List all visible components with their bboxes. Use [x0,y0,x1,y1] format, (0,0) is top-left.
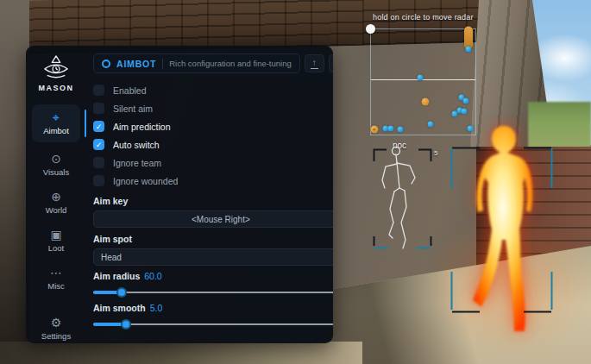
cheat-menu-panel: MASON ⌖ Aimbot ⊙ Visuals ⊕ World ▣ Loot … [26,46,333,343]
checkbox-label: Enabled [113,85,147,96]
crosshair-icon: ⌖ [53,111,60,124]
radar-dot-blue [467,125,473,131]
import-config-button[interactable]: ↓ [329,54,333,72]
radar-dot-blue [461,109,467,115]
sidebar: MASON ⌖ Aimbot ⊙ Visuals ⊕ World ▣ Loot … [26,46,86,343]
radar-dot-blue [417,75,423,81]
sliders-section: Aim radius 60.0 Aim smooth 5.0 [93,266,333,329]
slider-value: 5.0 [150,303,163,313]
dots-icon: ⋯ [50,267,62,279]
sidebar-item-loot[interactable]: ▣ Loot [32,224,80,256]
slider-track[interactable] [93,287,333,298]
radar-dot-blue [463,97,469,104]
mason-eye-logo [40,54,72,80]
slider-label: Aim radius [93,271,140,281]
aim-smooth-slider: Aim smooth 5.0 [93,303,333,329]
checkbox-label: Ignore wounded [113,176,178,186]
skeleton-figure [373,143,433,252]
sidebar-item-label: Visuals [43,167,69,177]
sidebar-item-label: Aimbot [43,126,69,135]
header-box: AIMBOT Rich configuration and fine-tunin… [93,53,300,73]
checkbox[interactable] [93,103,104,114]
radar-dot-blue [451,110,457,116]
checkbox-label: Ignore team [113,158,161,168]
checkbox[interactable] [93,157,104,168]
checkbox[interactable]: ✓ [93,139,104,150]
radar-hint-text: hold on circle to move radar [373,13,474,22]
panel-header: AIMBOT Rich configuration and fine-tunin… [93,53,333,73]
sidebar-item-aimbot[interactable]: ⌖ Aimbot [32,104,80,142]
radar-dot-orange [421,98,429,106]
checkbox[interactable]: ✓ [93,121,104,132]
checkbox-row-auto-switch[interactable]: ✓ Auto switch [93,135,333,154]
sidebar-item-visuals[interactable]: ⊙ Visuals [32,148,80,180]
aim-radius-slider: Aim radius 60.0 [93,271,333,298]
eye-icon: ⊙ [51,153,61,166]
upload-icon: ↑ [312,59,317,68]
checkbox[interactable] [93,175,104,186]
checkbox-label: Aim prediction [113,122,171,132]
radar-dot-blue [465,47,471,53]
loot-box-icon: ▣ [50,229,61,242]
ground-strip [0,342,362,364]
checkbox-row-ignore-team[interactable]: Ignore team [93,154,333,172]
sidebar-nav: ⌖ Aimbot ⊙ Visuals ⊕ World ▣ Loot ⋯ Misc… [26,104,86,343]
brand: MASON [39,54,74,92]
page-subtitle: Rich configuration and fine-tuning [169,59,292,68]
slider-value: 60.0 [144,271,161,281]
sidebar-item-misc[interactable]: ⋯ Misc [32,262,80,294]
checkbox-label: Auto switch [113,140,160,150]
aimbot-ring-icon [102,60,110,68]
export-config-button[interactable]: ↑ [305,54,324,72]
panel-content: AIMBOT Rich configuration and fine-tunin… [86,46,333,343]
aim-spot-select[interactable]: Head [93,248,333,266]
slider-handle[interactable] [121,319,131,329]
brand-name: MASON [39,84,74,92]
slider-label: Aim smooth [93,303,146,313]
slider-handle[interactable] [116,287,127,298]
radar-dot-blue [387,125,393,131]
sidebar-item-label: Settings [41,331,71,341]
radar: × [370,28,476,135]
enemy-distance-label: 5 [434,149,437,157]
sidebar-item-label: Loot [48,243,65,253]
radar-axis-line [371,79,475,81]
sidebar-item-label: World [46,205,67,215]
slider-track[interactable] [93,319,333,329]
checkbox-row-enabled[interactable]: Enabled [93,81,333,99]
checkbox[interactable] [93,85,104,96]
aim-key-value: <Mouse Right> [192,215,250,224]
checkbox-row-ignore-wounded[interactable]: Ignore wounded [93,172,333,190]
checkbox-row-silent-aim[interactable]: Silent aim [93,99,333,117]
aim-key-button[interactable]: <Mouse Right> [93,210,333,228]
checkbox-row-aim-prediction[interactable]: ✓ Aim prediction [93,117,333,135]
sidebar-item-settings[interactable]: ⚙ Settings [32,312,80,343]
sidebar-item-world[interactable]: ⊕ World [32,186,80,218]
checkbox-list: Enabled Silent aim ✓ Aim prediction ✓ Au… [93,81,333,190]
radar-dot-blue [427,121,433,127]
wall-shadow [0,0,29,364]
checkbox-label: Silent aim [113,104,153,114]
aim-key-label: Aim key [93,196,333,206]
player-esp-box [450,147,553,313]
globe-icon: ⊕ [51,191,61,204]
page-title: AIMBOT [116,59,156,69]
aim-spot-label: Aim spot [93,234,333,244]
radar-dot-blue [397,126,403,132]
gear-icon: ⚙ [51,317,62,329]
header-divider [162,59,163,69]
aim-spot-value: Head [101,253,122,262]
sidebar-item-label: Misc [47,281,65,291]
radar-drag-handle[interactable] [366,24,375,34]
radar-dot-orange: × [370,125,378,133]
